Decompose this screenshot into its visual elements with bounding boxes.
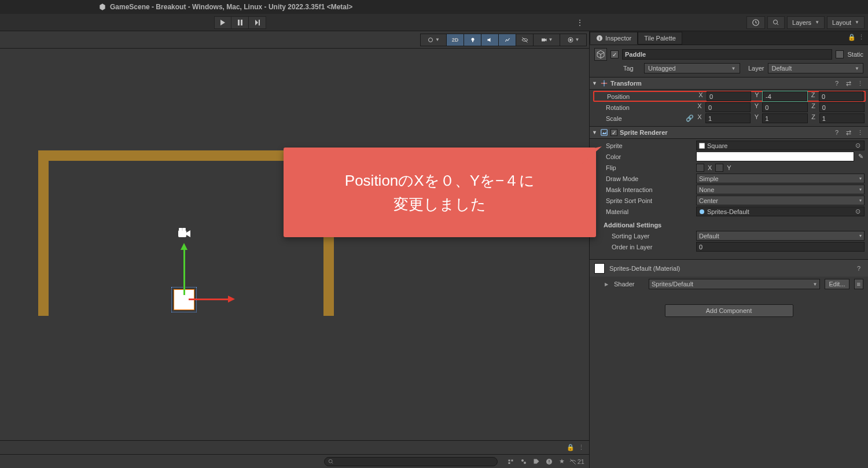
layer-dropdown[interactable]: Default▼: [768, 63, 864, 73]
scene-view[interactable]: [0, 49, 589, 440]
lock-icon[interactable]: 🔒: [848, 34, 856, 41]
position-label: Position: [595, 93, 695, 100]
active-toggle[interactable]: [610, 50, 619, 58]
star-icon[interactable]: ★: [557, 457, 567, 466]
pause-button[interactable]: [231, 16, 249, 29]
position-z-input[interactable]: 0: [819, 91, 863, 101]
sprite-enabled-toggle[interactable]: [610, 129, 617, 136]
scene-camera-dropdown[interactable]: ▼: [534, 34, 560, 46]
mask-interaction-dropdown[interactable]: None▾: [696, 185, 865, 194]
static-toggle[interactable]: [836, 50, 844, 58]
inspector-panel: i Inspector Tile Palette 🔒⋮ Paddle Stati…: [589, 31, 868, 468]
docs-icon[interactable]: ?: [832, 80, 841, 87]
camera-gizmo-icon[interactable]: [177, 228, 192, 239]
rotation-x-input[interactable]: 0: [705, 102, 751, 112]
svg-rect-25: [511, 459, 513, 461]
scale-z-input[interactable]: 1: [819, 113, 865, 123]
filter-icon[interactable]: [506, 457, 516, 466]
scene-toolbar: ⋮ ▼ 2D ▼ ▼: [0, 31, 589, 49]
add-component-button[interactable]: Add Component: [665, 304, 793, 317]
flip-x-toggle[interactable]: [696, 164, 704, 172]
draw-mode-dropdown[interactable]: ▼: [420, 34, 447, 46]
filter2-icon[interactable]: [518, 457, 529, 466]
kebab-icon[interactable]: ⋮: [578, 444, 584, 451]
svg-rect-42: [699, 143, 705, 149]
svg-rect-24: [508, 459, 510, 461]
hidden-icon[interactable]: 21: [569, 457, 584, 466]
material-field[interactable]: Sprites-Default⊙: [696, 207, 865, 216]
shader-menu-icon[interactable]: ≡: [854, 279, 863, 289]
layout-dropdown[interactable]: Layout▼: [827, 16, 865, 29]
lock-icon[interactable]: 🔒: [567, 444, 575, 451]
sprite-icon: [600, 128, 608, 137]
tab-tilepalette[interactable]: Tile Palette: [638, 32, 682, 45]
svg-rect-26: [508, 462, 510, 464]
object-name-input[interactable]: Paddle: [622, 49, 832, 60]
object-picker-icon[interactable]: ⊙: [854, 142, 862, 150]
color-field[interactable]: [696, 152, 854, 161]
svg-rect-3: [241, 20, 242, 25]
svg-line-32: [570, 459, 575, 464]
sorting-layer-dropdown[interactable]: Default▾: [696, 231, 865, 241]
gameobject-icon[interactable]: [594, 48, 607, 61]
svg-rect-11: [472, 40, 473, 42]
scale-x-input[interactable]: 1: [705, 113, 751, 123]
scene-audio-toggle[interactable]: [481, 34, 499, 46]
undo-history-button[interactable]: [746, 16, 765, 29]
preset-icon[interactable]: ⇄: [844, 80, 853, 87]
kebab-icon[interactable]: ⋮: [858, 34, 865, 41]
edit-shader-button[interactable]: Edit...: [825, 279, 849, 289]
sprite-field[interactable]: Square⊙: [696, 141, 865, 150]
callout-pointer-icon: [582, 146, 602, 164]
position-y-input[interactable]: -4: [763, 91, 807, 101]
tag-dropdown[interactable]: Untagged▼: [644, 63, 740, 73]
foldout-icon[interactable]: ▶: [605, 282, 609, 287]
square-preview-icon: [699, 143, 705, 149]
eyedropper-icon[interactable]: ✎: [856, 153, 865, 160]
svg-point-10: [471, 38, 474, 40]
move-gizmo-y-icon[interactable]: [183, 245, 185, 295]
transform-icon: [600, 79, 608, 87]
scale-link-icon[interactable]: 🔗: [686, 115, 694, 122]
scale-y-input[interactable]: 1: [762, 113, 807, 123]
move-gizmo-x-icon[interactable]: [189, 299, 233, 300]
scene-gizmos-dropdown[interactable]: ▼: [560, 34, 587, 46]
sort-point-dropdown[interactable]: Center▾: [696, 196, 865, 205]
object-picker-icon[interactable]: ⊙: [854, 208, 862, 216]
material-name: Sprites-Default (Material): [609, 265, 849, 272]
foldout-icon[interactable]: ▼: [592, 130, 598, 135]
scene-fx-toggle[interactable]: [499, 34, 516, 46]
scene-light-toggle[interactable]: [464, 34, 481, 46]
rotation-z-input[interactable]: 0: [819, 102, 865, 112]
tab-inspector[interactable]: i Inspector: [590, 32, 638, 45]
layers-dropdown[interactable]: Layers▼: [787, 16, 825, 29]
step-button[interactable]: [249, 16, 266, 29]
project-search-input[interactable]: [324, 457, 498, 466]
kebab-icon[interactable]: ⋮: [855, 80, 865, 87]
rotation-y-input[interactable]: 0: [762, 102, 807, 112]
kebab-icon[interactable]: ⋮: [855, 129, 865, 137]
docs-icon[interactable]: ?: [854, 265, 863, 272]
scene-kebab-icon[interactable]: ⋮: [576, 18, 584, 27]
play-button[interactable]: [214, 16, 231, 29]
global-search-button[interactable]: [767, 16, 785, 29]
draw-mode-dropdown[interactable]: Simple▾: [696, 174, 865, 183]
svg-line-8: [777, 23, 779, 25]
order-in-layer-input[interactable]: 0: [696, 242, 865, 252]
position-x-input[interactable]: 0: [707, 91, 751, 101]
scene-visibility-toggle[interactable]: [516, 34, 534, 46]
flip-y-toggle[interactable]: [715, 164, 723, 172]
svg-marker-15: [545, 38, 547, 41]
transform-header[interactable]: ▼ Transform ? ⇄ ⋮: [590, 77, 868, 90]
docs-icon[interactable]: ?: [832, 129, 841, 136]
warning-icon[interactable]: [544, 457, 554, 466]
shader-dropdown[interactable]: Sprites/Default▼: [649, 279, 820, 289]
foldout-icon[interactable]: ▼: [592, 80, 598, 86]
label-icon[interactable]: [531, 457, 542, 466]
svg-rect-14: [542, 38, 545, 41]
scene-2d-toggle[interactable]: 2D: [447, 34, 464, 46]
preset-icon[interactable]: ⇄: [844, 129, 853, 137]
material-header[interactable]: Sprites-Default (Material) ?: [590, 259, 868, 277]
project-toolbar: ★ 21: [0, 454, 589, 468]
sprite-renderer-header[interactable]: ▼ Sprite Renderer ? ⇄ ⋮: [590, 126, 868, 139]
